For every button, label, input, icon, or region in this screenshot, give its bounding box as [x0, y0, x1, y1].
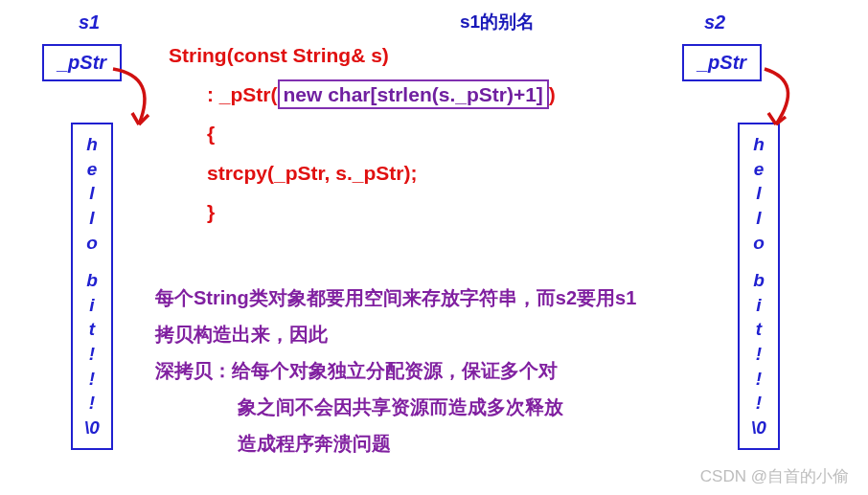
explain-p2b: 象之间不会因共享资源而造成多次释放 [155, 389, 653, 425]
char-cell: l [73, 206, 111, 231]
char-cell: l [73, 181, 111, 206]
char-cell: l [740, 206, 778, 231]
s1-label: s1 [79, 11, 100, 34]
s2-pstr-box: _pStr [682, 44, 762, 81]
char-cell [73, 255, 111, 268]
code-line1: String(const String& s) [169, 44, 389, 66]
explain-p2a: 深拷贝：给每个对象独立分配资源，保证多个对 [155, 352, 653, 389]
char-cell: ! [740, 391, 778, 416]
char-cell [740, 255, 778, 268]
char-cell: l [740, 181, 778, 206]
char-cell: \0 [740, 416, 778, 440]
code-line2-b-purplebox: new char[strlen(s._pStr)+1] [278, 79, 549, 109]
char-cell: t [73, 317, 111, 342]
char-cell: ! [740, 342, 778, 367]
explain-p1: 每个String类对象都要用空间来存放字符串，而s2要用s1拷贝构造出来，因此 [155, 280, 653, 352]
code-line2-c: ) [549, 83, 556, 105]
char-cell: o [73, 231, 111, 256]
code-line3: { [169, 115, 215, 154]
char-cell: ! [73, 391, 111, 416]
code-line2-a: : _pStr( [207, 83, 278, 105]
char-cell: e [73, 157, 111, 182]
char-cell: ! [73, 342, 111, 367]
code-line5: } [169, 193, 215, 233]
char-cell: t [740, 317, 778, 342]
char-cell: b [73, 268, 111, 293]
char-cell: h [740, 132, 778, 157]
s2-string-box: hellobit!!!\0 [738, 123, 780, 450]
code-block: String(const String& s) : _pStr(new char… [169, 36, 556, 233]
alias-label: s1的别名 [460, 10, 535, 34]
char-cell: e [740, 157, 778, 182]
explanation-block: 每个String类对象都要用空间来存放字符串，而s2要用s1拷贝构造出来，因此 … [155, 280, 653, 461]
code-line4: strcpy(_pStr, s._pStr); [169, 154, 417, 193]
char-cell: b [740, 268, 778, 293]
char-cell: h [73, 132, 111, 157]
s1-string-box: hellobit!!!\0 [71, 123, 113, 450]
char-cell: i [740, 293, 778, 318]
char-cell: o [740, 231, 778, 256]
watermark: CSDN @自首的小偷 [700, 465, 849, 487]
s1-pstr-box: _pStr [42, 44, 122, 81]
char-cell: i [73, 293, 111, 318]
char-cell: \0 [73, 416, 111, 440]
char-cell: ! [73, 367, 111, 392]
explain-p2c: 造成程序奔溃问题 [155, 425, 653, 461]
char-cell: ! [740, 367, 778, 392]
s2-label: s2 [704, 11, 725, 34]
